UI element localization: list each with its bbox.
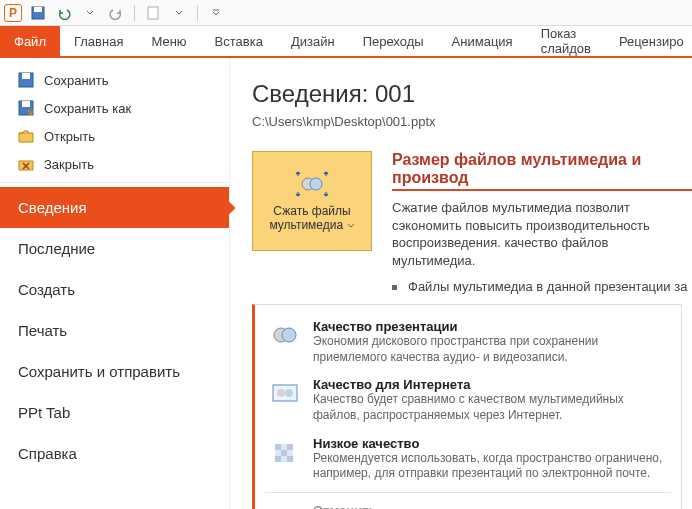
new-dropdown[interactable] (169, 3, 189, 23)
svg-rect-22 (287, 456, 293, 462)
compress-dropdown-menu: Качество презентации Экономия дискового … (252, 304, 682, 509)
menu-low-quality[interactable]: Низкое качество Рекомендуется использова… (259, 430, 677, 488)
app-icon: P (4, 4, 22, 22)
sidebar-help[interactable]: Справка (0, 433, 229, 474)
sidebar-print[interactable]: Печать (0, 310, 229, 351)
internet-quality-icon (269, 377, 301, 409)
sidebar-info[interactable]: Сведения (0, 187, 229, 228)
backstage-content: Сведения: 001 C:\Users\kmp\Desktop\001.p… (230, 58, 692, 509)
svg-rect-18 (281, 450, 287, 456)
sidebar-save[interactable]: Сохранить (0, 66, 229, 94)
sidebar-ppt-tab[interactable]: PPt Tab (0, 392, 229, 433)
tab-home[interactable]: Главная (60, 26, 137, 56)
sidebar-recent[interactable]: Последние (0, 228, 229, 269)
menu-undo-title: Отменить (313, 503, 658, 509)
media-info: Размер файлов мультимедиа и производ Сжа… (392, 151, 692, 294)
quick-access-toolbar: P (0, 0, 692, 26)
menu-undo-compress[interactable]: Отменить Существует возможность отменить… (259, 497, 677, 509)
svg-rect-19 (287, 450, 293, 456)
undo-dropdown[interactable] (80, 3, 100, 23)
media-bullet: Файлы мультимедиа в данной презентации з… (392, 279, 692, 294)
svg-point-10 (282, 328, 296, 342)
redo-qat-button[interactable] (106, 3, 126, 23)
low-quality-icon (269, 436, 301, 468)
menu-q3-title: Низкое качество (313, 436, 667, 451)
menu-q2-desc: Качество будет сравнимо с качеством муль… (313, 392, 667, 423)
menu-q3-desc: Рекомендуется использовать, когда простр… (313, 451, 667, 482)
save-as-icon (18, 100, 34, 116)
compress-media-button[interactable]: Сжать файлы мультимедиа (252, 151, 372, 251)
svg-point-13 (285, 389, 293, 397)
compress-media-label: Сжать файлы мультимедиа (253, 204, 371, 232)
sidebar-separator (0, 182, 229, 183)
svg-rect-17 (275, 450, 281, 456)
tab-review[interactable]: Рецензиро (605, 26, 692, 56)
tab-animation[interactable]: Анимация (438, 26, 527, 56)
svg-rect-6 (22, 101, 30, 107)
svg-rect-20 (275, 456, 281, 462)
save-qat-button[interactable] (28, 3, 48, 23)
svg-rect-21 (281, 456, 287, 462)
compress-icon (294, 170, 330, 198)
tab-file[interactable]: Файл (0, 26, 60, 56)
undo-qat-button[interactable] (54, 3, 74, 23)
sidebar-close[interactable]: Закрыть (0, 150, 229, 178)
close-icon (18, 156, 34, 172)
tab-slideshow[interactable]: Показ слайдов (527, 26, 605, 56)
sidebar-send[interactable]: Сохранить и отправить (0, 351, 229, 392)
menu-presentation-quality[interactable]: Качество презентации Экономия дискового … (259, 313, 677, 371)
ribbon-tabs: Файл Главная Меню Вставка Дизайн Переход… (0, 26, 692, 58)
sidebar-close-label: Закрыть (44, 157, 94, 172)
sidebar-save-label: Сохранить (44, 73, 109, 88)
section-desc: Сжатие файлов мультимедиа позволит сэкон… (392, 199, 692, 269)
tab-menu[interactable]: Меню (137, 26, 200, 56)
svg-point-8 (310, 178, 322, 190)
qat-separator (134, 5, 135, 21)
tab-insert[interactable]: Вставка (201, 26, 277, 56)
page-title: Сведения: 001 (252, 80, 692, 108)
svg-rect-4 (22, 73, 30, 79)
backstage: Сохранить Сохранить как Открыть Закрыть … (0, 58, 692, 509)
svg-point-12 (277, 389, 285, 397)
menu-q2-title: Качество для Интернета (313, 377, 667, 392)
svg-rect-15 (281, 444, 287, 450)
undo-icon (269, 503, 301, 509)
sidebar-new[interactable]: Создать (0, 269, 229, 310)
qat-separator-2 (197, 5, 198, 21)
svg-rect-1 (34, 7, 42, 12)
open-icon (18, 128, 34, 144)
sidebar-open[interactable]: Открыть (0, 122, 229, 150)
tab-design[interactable]: Дизайн (277, 26, 349, 56)
svg-rect-2 (148, 7, 158, 19)
tab-transitions[interactable]: Переходы (349, 26, 438, 56)
sidebar-save-as-label: Сохранить как (44, 101, 131, 116)
sidebar-open-label: Открыть (44, 129, 95, 144)
menu-internet-quality[interactable]: Качество для Интернета Качество будет ср… (259, 371, 677, 429)
save-icon (18, 72, 34, 88)
sidebar-save-as[interactable]: Сохранить как (0, 94, 229, 122)
menu-q1-title: Качество презентации (313, 319, 667, 334)
new-qat-button[interactable] (143, 3, 163, 23)
qat-customize[interactable] (206, 3, 226, 23)
file-path: C:\Users\kmp\Desktop\001.pptx (252, 114, 692, 129)
svg-rect-14 (275, 444, 281, 450)
menu-q1-desc: Экономия дискового пространства при сохр… (313, 334, 667, 365)
svg-rect-16 (287, 444, 293, 450)
backstage-sidebar: Сохранить Сохранить как Открыть Закрыть … (0, 58, 230, 509)
presentation-quality-icon (269, 319, 301, 351)
section-title: Размер файлов мультимедиа и производ (392, 151, 692, 191)
